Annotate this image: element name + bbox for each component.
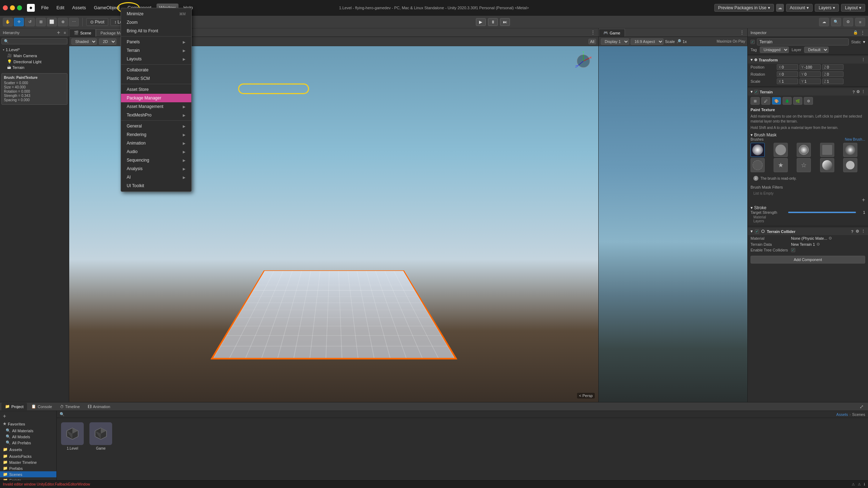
all-materials-item[interactable]: 🔍 All Materials: [0, 428, 56, 434]
prefabs-folder[interactable]: 📁 Prefabs: [0, 465, 56, 471]
tc-material-pick[interactable]: ⊙: [829, 236, 832, 240]
hierarchy-search-input[interactable]: [1, 38, 67, 44]
transform-menu[interactable]: ⋮: [861, 58, 865, 62]
window-dropdown-menu[interactable]: Minimize ⌘M Zoom Bring All to Front Pane…: [121, 8, 192, 192]
brush-item-9[interactable]: [820, 158, 834, 172]
paint-terrain-btn[interactable]: 🖊: [761, 97, 770, 105]
object-active-cb[interactable]: ✓: [751, 40, 755, 44]
hierarchy-add-btn[interactable]: +: [57, 29, 60, 36]
custom-tool[interactable]: ⋯: [69, 18, 79, 26]
search-icon[interactable]: 🔍: [831, 18, 841, 26]
tc-help-icon[interactable]: ?: [851, 229, 853, 234]
breadcrumb-assets[interactable]: Assets: [836, 412, 848, 417]
layers-btn[interactable]: Layers ▾: [815, 4, 839, 12]
pivot-btn[interactable]: ⊙ Pivot: [86, 18, 108, 26]
preview-packages-btn[interactable]: Preview Packages in Use ▾: [714, 4, 774, 12]
tc-settings-icon[interactable]: ⚙: [856, 229, 859, 234]
tc-tree-cb[interactable]: ✓: [791, 248, 795, 252]
static-chevron[interactable]: ▾: [863, 39, 865, 44]
menu-assets[interactable]: Assets: [69, 4, 89, 12]
brush-item-3[interactable]: [797, 143, 811, 157]
position-y-field[interactable]: Y-100: [800, 64, 821, 70]
scale-z-field[interactable]: Z1: [822, 78, 844, 84]
terrain-help-icon[interactable]: ?: [852, 90, 855, 94]
menu-file[interactable]: File: [38, 4, 51, 12]
position-x-field[interactable]: X0: [777, 64, 798, 70]
asset-1level[interactable]: 1.Level: [60, 421, 85, 452]
dm-collaborate[interactable]: Collaborate: [121, 66, 191, 74]
move-tool[interactable]: ✛: [14, 18, 24, 26]
dm-general[interactable]: General ▶: [121, 122, 191, 130]
scale-tool[interactable]: ⊞: [36, 18, 46, 26]
brush-item-6[interactable]: [751, 158, 765, 172]
bottom-panel-expand[interactable]: ⤢: [857, 404, 867, 410]
layers-icon[interactable]: ≡: [855, 18, 865, 26]
dm-panels[interactable]: Panels ▶: [121, 38, 191, 46]
inspector-lock-icon[interactable]: 🔒: [853, 30, 858, 35]
hierarchy-menu-btn[interactable]: ≡: [64, 31, 66, 35]
dm-asset-mgmt[interactable]: Asset Management ▶: [121, 102, 191, 111]
dm-layouts[interactable]: Layouts ▶: [121, 55, 191, 63]
tc-data-pick[interactable]: ⊙: [817, 242, 820, 246]
dm-analysis[interactable]: Analysis ▶: [121, 164, 191, 173]
brush-item-7[interactable]: ★: [774, 158, 788, 172]
add-component-btn[interactable]: Add Component: [751, 256, 865, 264]
rotation-x-field[interactable]: X0: [777, 71, 798, 77]
account-btn[interactable]: Account ▾: [786, 4, 813, 12]
brush-item-8[interactable]: ☆: [797, 158, 811, 172]
transform-tool[interactable]: ⊕: [58, 18, 68, 26]
close-button[interactable]: [3, 5, 8, 10]
info-icon-status[interactable]: ℹ: [864, 482, 865, 486]
new-brush-btn[interactable]: New Brush...: [845, 137, 865, 141]
object-name-input[interactable]: [757, 38, 849, 45]
create-neighbor-btn[interactable]: ⊞: [751, 97, 760, 105]
layout-btn[interactable]: Layout ▾: [841, 4, 865, 12]
cloud-icon[interactable]: ☁: [776, 4, 784, 12]
dm-animation[interactable]: Animation ▶: [121, 139, 191, 147]
terrain-settings-btn[interactable]: ⚙: [804, 97, 813, 105]
rotation-z-field[interactable]: Z0: [822, 71, 844, 77]
dm-plastic-scm[interactable]: Plastic SCM: [121, 74, 191, 83]
hierarchy-light[interactable]: 💡 Directional Light: [0, 59, 69, 65]
tab-animation[interactable]: 🎞 Animation: [84, 403, 114, 410]
mastertimeline-folder[interactable]: 📁 Master Timeline: [0, 459, 56, 465]
brush-item-2[interactable]: [774, 143, 788, 157]
layer-select[interactable]: Default: [804, 47, 829, 53]
brush-item-4[interactable]: [820, 143, 834, 157]
assetspacks-folder[interactable]: 📁 AssetsPacks: [0, 453, 56, 459]
brush-item-1[interactable]: [751, 143, 765, 157]
dm-rendering[interactable]: Rendering ▶: [121, 130, 191, 139]
rect-tool[interactable]: ⬜: [47, 18, 57, 26]
game-panel-menu[interactable]: ⋮: [737, 28, 747, 37]
tab-game[interactable]: 🎮 Game: [599, 29, 625, 37]
rotation-y-field[interactable]: Y0: [800, 71, 821, 77]
display-select[interactable]: Display 1: [601, 38, 629, 45]
pause-button[interactable]: ⏸: [488, 18, 498, 26]
dm-zoom[interactable]: Zoom: [121, 18, 191, 27]
bm-add-btn[interactable]: +: [862, 197, 865, 203]
error-icon-status[interactable]: ⚠: [852, 482, 855, 486]
tab-project[interactable]: 📁 Project: [1, 403, 27, 410]
asset-game[interactable]: Game: [88, 421, 114, 452]
dm-terrain[interactable]: Terrain ▶: [121, 46, 191, 55]
hierarchy-scene[interactable]: ▾ 1.Level*: [0, 47, 69, 53]
position-z-field[interactable]: Z0: [822, 64, 844, 70]
terrain-enable-cb[interactable]: ✓: [754, 90, 758, 94]
2d-select[interactable]: 2D: [99, 38, 116, 45]
hand-tool[interactable]: ✋: [3, 18, 13, 26]
brush-mask-header[interactable]: ▾ Brush Mask: [751, 132, 865, 137]
brush-item-10[interactable]: [843, 158, 857, 172]
scene-panel-menu[interactable]: ⋮: [588, 28, 598, 37]
hierarchy-camera[interactable]: 🎥 Main Camera: [0, 53, 69, 59]
all-prefabs-item[interactable]: 🔍 All Prefabs: [0, 440, 56, 446]
collab-icon[interactable]: ☁: [819, 18, 829, 26]
paint-trees-btn[interactable]: 🌲: [782, 97, 792, 105]
dm-ai[interactable]: AI ▶: [121, 173, 191, 181]
inspector-menu-icon[interactable]: ⋮: [860, 30, 865, 36]
tab-console[interactable]: 📋 Console: [28, 403, 55, 410]
rotate-tool[interactable]: ↺: [25, 18, 35, 26]
dm-ui-toolkit[interactable]: UI Toolkit: [121, 181, 191, 190]
shading-select[interactable]: Shaded: [71, 38, 97, 45]
dm-minimize[interactable]: Minimize ⌘M: [121, 10, 191, 18]
tc-enable-cb[interactable]: ✓: [755, 229, 759, 234]
